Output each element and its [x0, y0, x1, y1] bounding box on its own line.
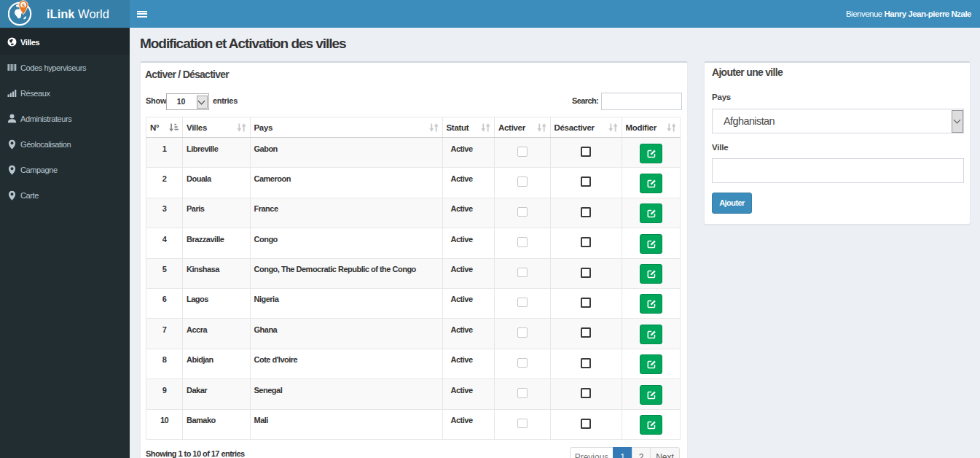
svg-text:$: $ — [22, 2, 26, 9]
